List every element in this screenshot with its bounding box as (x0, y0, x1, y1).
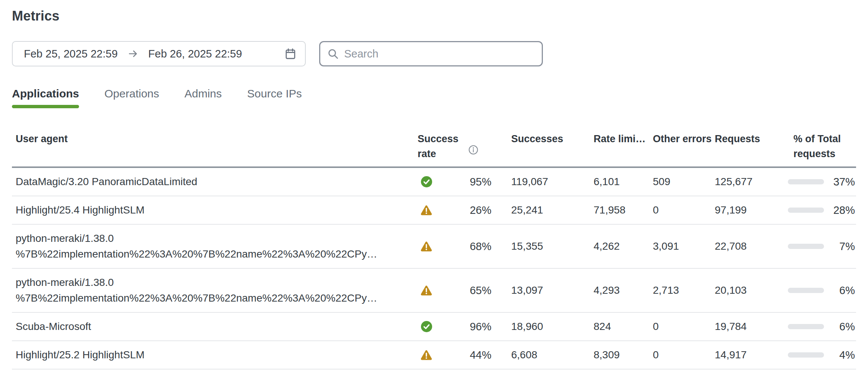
other-errors-cell: 509 (651, 174, 712, 190)
other-errors-cell: 3,091 (651, 238, 712, 254)
pct-total-value: 28% (833, 202, 855, 218)
requests-cell: 19,784 (712, 319, 783, 334)
rate-limited-cell: 824 (590, 319, 651, 334)
success-rate-value: 44% (470, 347, 491, 363)
user-agent-text: python-meraki/1.38.0 %7B%22implementatio… (16, 277, 377, 304)
date-range-end[interactable]: Feb 26, 2025 22:59 (148, 48, 242, 60)
table-row[interactable]: python-meraki/1.38.0 %7B%22implementatio… (12, 268, 856, 312)
warning-triangle-icon (421, 285, 432, 296)
column-header-success-rate[interactable]: Success rate (418, 131, 496, 161)
column-header-successes[interactable]: Successes (496, 131, 590, 146)
table-header-row: User agent Success rate Successes Rate l… (12, 126, 856, 168)
other-errors-cell: 0 (651, 319, 712, 334)
pct-bar-track (788, 288, 824, 293)
table-row[interactable]: Scuba-Microsoft 96% 18,960 824 0 19,784 … (12, 312, 856, 340)
metrics-page: Metrics Feb 25, 2025 22:59 Feb 26, 2025 … (0, 0, 868, 370)
pct-total-value: 6% (839, 319, 855, 334)
table-row[interactable]: python-meraki/1.38.0 %7B%22implementatio… (12, 224, 856, 268)
success-rate-value: 26% (470, 202, 491, 218)
requests-cell: 125,677 (712, 174, 783, 190)
info-icon[interactable] (468, 145, 478, 155)
controls-row: Feb 25, 2025 22:59 Feb 26, 2025 22:59 (12, 41, 856, 66)
active-tab-underline (12, 105, 79, 108)
pct-bar-track (788, 352, 824, 358)
warning-triangle-icon (421, 241, 432, 252)
table-row[interactable]: Highlight/25.2 HighlightSLM 44% 6,608 8,… (12, 340, 856, 369)
tab-admins[interactable]: Admins (185, 87, 222, 108)
success-rate-cell: 44% (418, 347, 496, 363)
arrow-right-icon (128, 48, 139, 59)
table-row[interactable]: DataMagic/3.20 PanoramicDataLimited 95% … (12, 168, 856, 196)
success-rate-value: 68% (470, 238, 491, 254)
user-agent-cell: Highlight/25.2 HighlightSLM (12, 347, 418, 363)
success-rate-cell: 65% (418, 283, 496, 298)
user-agent-text: Scuba-Microsoft (16, 321, 91, 332)
pct-total-value: 37% (833, 174, 855, 190)
other-errors-cell: 0 (651, 202, 712, 218)
pct-total-value: 6% (839, 283, 855, 298)
requests-cell: 22,708 (712, 238, 783, 254)
tab-source-ips[interactable]: Source IPs (247, 87, 302, 108)
tab-label: Applications (12, 87, 79, 100)
user-agent-cell: DataMagic/3.20 PanoramicDataLimited (12, 174, 418, 190)
successes-cell: 18,960 (496, 319, 590, 334)
search-icon (327, 48, 339, 60)
tab-label: Operations (104, 87, 159, 100)
successes-cell: 15,355 (496, 238, 590, 254)
success-rate-cell: 96% (418, 319, 496, 334)
user-agent-cell: Highlight/25.4 HighlightSLM (12, 202, 418, 218)
successes-cell: 6,608 (496, 347, 590, 363)
warning-triangle-icon (421, 205, 432, 216)
pct-total-cell: 6% (783, 283, 856, 298)
success-rate-cell: 26% (418, 202, 496, 218)
pct-total-cell: 4% (783, 347, 856, 363)
rate-limited-cell: 4,293 (590, 283, 651, 298)
other-errors-cell: 0 (651, 347, 712, 363)
rate-limited-cell: 8,309 (590, 347, 651, 363)
warning-triangle-icon (421, 350, 432, 361)
rate-limited-cell: 71,958 (590, 202, 651, 218)
column-header-other-errors[interactable]: Other errors (651, 131, 712, 146)
search-input[interactable] (344, 48, 535, 60)
column-header-requests[interactable]: Requests (712, 131, 783, 146)
page-title: Metrics (12, 8, 856, 24)
tab-bar: Applications Operations Admins Source IP… (12, 87, 856, 108)
table-row[interactable]: Highlight/25.4 HighlightSLM 26% 25,241 7… (12, 196, 856, 224)
pct-total-value: 7% (839, 238, 855, 254)
pct-bar-track (788, 208, 824, 213)
success-rate-value: 95% (470, 174, 491, 190)
user-agent-cell: python-meraki/1.38.0 %7B%22implementatio… (12, 275, 418, 306)
date-range-start[interactable]: Feb 25, 2025 22:59 (24, 48, 118, 60)
pct-total-cell: 6% (783, 319, 856, 334)
pct-bar-track (788, 179, 824, 184)
tab-operations[interactable]: Operations (104, 87, 159, 108)
success-rate-value: 96% (470, 319, 491, 334)
tab-label: Source IPs (247, 87, 302, 100)
pct-total-cell: 37% (783, 174, 856, 190)
rate-limited-cell: 6,101 (590, 174, 651, 190)
column-header-user-agent[interactable]: User agent (12, 131, 418, 146)
check-circle-icon (421, 321, 433, 333)
table-body: DataMagic/3.20 PanoramicDataLimited 95% … (12, 168, 856, 370)
check-circle-icon (421, 176, 433, 188)
user-agent-text: Highlight/25.4 HighlightSLM (16, 204, 145, 216)
column-header-pct-total[interactable]: % of Total requests (783, 131, 856, 161)
pct-total-cell: 7% (783, 238, 856, 254)
user-agent-text: DataMagic/3.20 PanoramicDataLimited (16, 176, 197, 187)
pct-total-cell: 28% (783, 202, 856, 218)
successes-cell: 25,241 (496, 202, 590, 218)
calendar-icon[interactable] (284, 47, 297, 60)
search-box[interactable] (319, 41, 543, 66)
success-rate-cell: 68% (418, 238, 496, 254)
successes-cell: 119,067 (496, 174, 590, 190)
pct-bar-track (788, 324, 824, 329)
user-agent-text: python-meraki/1.38.0 %7B%22implementatio… (16, 233, 377, 260)
tab-applications[interactable]: Applications (12, 87, 79, 108)
column-header-rate-limited[interactable]: Rate limi… (590, 131, 651, 146)
user-agent-cell: Scuba-Microsoft (12, 319, 418, 334)
date-range-picker[interactable]: Feb 25, 2025 22:59 Feb 26, 2025 22:59 (12, 41, 306, 66)
requests-cell: 97,199 (712, 202, 783, 218)
requests-cell: 20,103 (712, 283, 783, 298)
rate-limited-cell: 4,262 (590, 238, 651, 254)
requests-cell: 14,917 (712, 347, 783, 363)
